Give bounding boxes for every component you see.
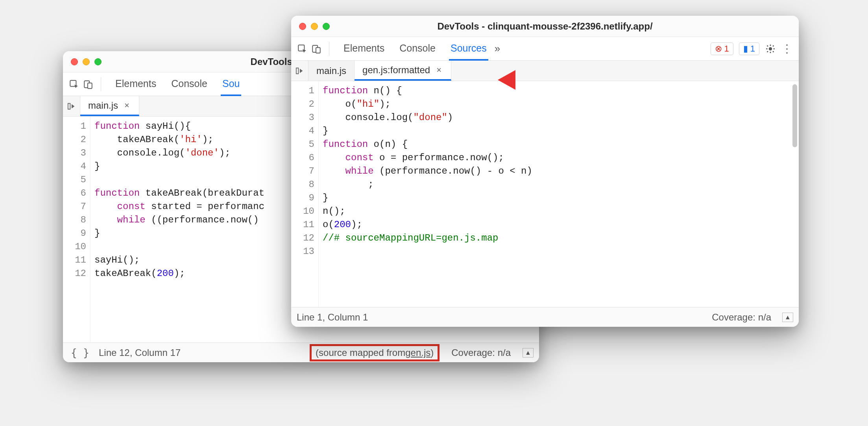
- minimize-button[interactable]: [83, 58, 90, 65]
- toggle-bottom-panel-icon[interactable]: ▲: [782, 313, 793, 322]
- file-tab-label: gen.js:formatted: [362, 65, 430, 76]
- line-gutter: 123456789101112: [63, 117, 90, 343]
- svg-rect-9: [296, 68, 298, 74]
- window-controls: [299, 23, 330, 30]
- inspect-icon[interactable]: [68, 79, 79, 90]
- tab-console[interactable]: Console: [398, 37, 437, 61]
- file-tab-main-js[interactable]: main.js ×: [80, 96, 139, 116]
- file-tab-label: main.js: [316, 65, 346, 76]
- mapped-from-link[interactable]: gen.js: [405, 347, 430, 358]
- code-content[interactable]: function n() { o("hi"); console.log("don…: [319, 81, 532, 307]
- coverage-status: Coverage: n/a: [712, 312, 771, 323]
- cursor-position: Line 12, Column 17: [99, 347, 181, 358]
- file-tab-gen-js-formatted[interactable]: gen.js:formatted ×: [355, 61, 451, 81]
- tab-console[interactable]: Console: [170, 72, 209, 96]
- svg-rect-3: [68, 103, 70, 109]
- tab-sources[interactable]: Sources: [449, 37, 488, 61]
- maximize-button[interactable]: [94, 58, 102, 65]
- devtools-window-right: DevTools - clinquant-mousse-2f2396.netli…: [291, 16, 799, 327]
- show-navigator-icon[interactable]: [63, 96, 80, 116]
- cursor-position: Line 1, Column 1: [297, 312, 368, 323]
- inspect-icon[interactable]: [297, 43, 308, 54]
- info-count-badge[interactable]: ▮ 1: [739, 43, 759, 55]
- line-gutter: 12345678910111213: [291, 81, 319, 307]
- pretty-print-icon[interactable]: { }: [68, 347, 92, 359]
- device-toggle-icon[interactable]: [83, 79, 94, 90]
- titlebar: DevTools - clinquant-mousse-2f2396.netli…: [291, 16, 799, 37]
- code-editor[interactable]: 12345678910111213 function n() { o("hi")…: [291, 81, 799, 307]
- window-controls: [71, 58, 102, 65]
- coverage-status: Coverage: n/a: [451, 347, 511, 358]
- tab-sources[interactable]: Sou: [221, 72, 241, 96]
- toggle-bottom-panel-icon[interactable]: ▲: [523, 348, 534, 357]
- more-tabs-icon[interactable]: »: [491, 43, 503, 55]
- status-bar: Line 1, Column 1 Coverage: n/a ▲: [291, 307, 799, 327]
- svg-rect-2: [88, 83, 92, 88]
- close-button[interactable]: [299, 23, 306, 30]
- vertical-scrollbar[interactable]: [792, 84, 797, 147]
- maximize-button[interactable]: [323, 23, 330, 30]
- error-count-badge[interactable]: ⊗ 1: [711, 43, 733, 55]
- svg-marker-10: [300, 69, 303, 73]
- show-navigator-icon[interactable]: [291, 61, 308, 81]
- tab-elements[interactable]: Elements: [114, 72, 158, 96]
- code-content[interactable]: function sayHi(){ takeABreak('hi'); cons…: [90, 117, 264, 343]
- file-tab-main-js[interactable]: main.js: [308, 61, 355, 81]
- panel-tabs: Elements Console Sources: [342, 37, 488, 61]
- file-tabstrip: main.js gen.js:formatted ×: [291, 61, 799, 81]
- settings-gear-icon[interactable]: [765, 43, 776, 54]
- file-tab-label: main.js: [88, 100, 118, 111]
- close-tab-icon[interactable]: ×: [435, 64, 443, 76]
- panel-tabs: Elements Console Sou: [114, 72, 241, 96]
- error-icon: ⊗: [715, 44, 722, 54]
- svg-point-8: [769, 47, 772, 50]
- close-button[interactable]: [71, 58, 78, 65]
- info-icon: ▮: [743, 44, 748, 54]
- svg-marker-4: [72, 104, 74, 108]
- status-bar: { } Line 12, Column 17 (source mapped fr…: [63, 343, 539, 362]
- close-tab-icon[interactable]: ×: [123, 100, 131, 111]
- window-title: DevTools - clinquant-mousse-2f2396.netli…: [437, 21, 652, 32]
- kebab-menu-icon[interactable]: ⋮: [781, 42, 793, 55]
- source-mapped-notice: (source mapped from gen.js ): [310, 344, 440, 361]
- minimize-button[interactable]: [311, 23, 318, 30]
- tab-elements[interactable]: Elements: [342, 37, 386, 61]
- svg-rect-7: [316, 47, 320, 53]
- device-toggle-icon[interactable]: [311, 43, 322, 54]
- devtools-toolbar: Elements Console Sources » ⊗ 1 ▮ 1 ⋮: [291, 37, 799, 61]
